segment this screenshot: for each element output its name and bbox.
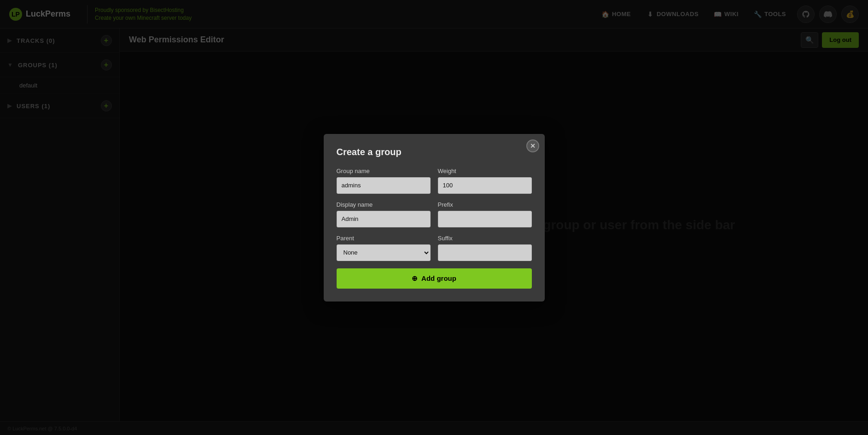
parent-select[interactable]: None (337, 244, 431, 261)
parent-field: Parent None (337, 235, 431, 261)
weight-field: Weight (438, 168, 532, 194)
modal-row-2: Display name Prefix (337, 201, 532, 227)
modal-close-button[interactable]: ✕ (526, 139, 539, 152)
modal-overlay[interactable]: ✕ Create a group Group name Weight Displ… (0, 0, 868, 435)
create-group-modal: ✕ Create a group Group name Weight Displ… (324, 134, 545, 302)
display-name-field: Display name (337, 201, 431, 227)
add-group-icon: ⊕ (412, 274, 418, 283)
modal-row-3: Parent None Suffix (337, 235, 532, 261)
parent-label: Parent (337, 235, 431, 242)
modal-row-1: Group name Weight (337, 168, 532, 194)
prefix-field: Prefix (438, 201, 532, 227)
prefix-input[interactable] (438, 211, 532, 227)
display-name-input[interactable] (337, 211, 431, 227)
add-group-label: Add group (421, 274, 456, 282)
group-name-label: Group name (337, 168, 431, 174)
suffix-label: Suffix (438, 235, 532, 242)
suffix-field: Suffix (438, 235, 532, 261)
suffix-input[interactable] (438, 244, 532, 261)
modal-title: Create a group (337, 147, 532, 157)
weight-label: Weight (438, 168, 532, 174)
display-name-label: Display name (337, 201, 431, 208)
add-group-button[interactable]: ⊕ Add group (337, 268, 532, 289)
weight-input[interactable] (438, 177, 532, 194)
group-name-field: Group name (337, 168, 431, 194)
group-name-input[interactable] (337, 177, 431, 194)
prefix-label: Prefix (438, 201, 532, 208)
